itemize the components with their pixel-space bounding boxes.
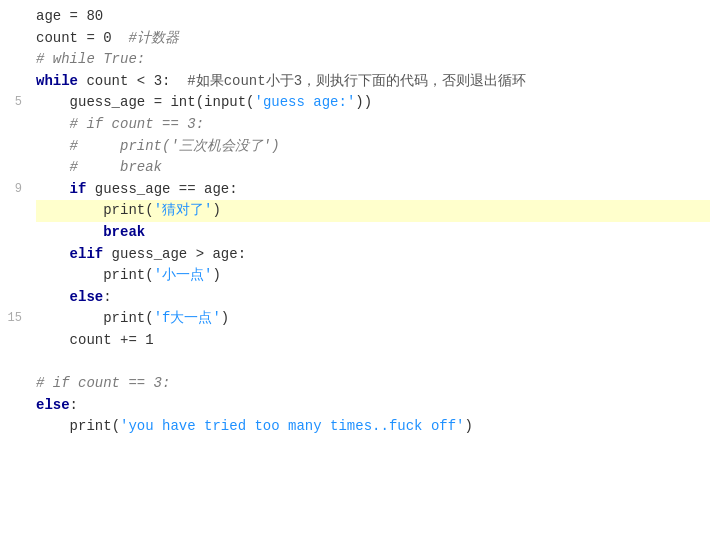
line-num — [0, 157, 22, 179]
line-num — [0, 287, 22, 309]
line-num — [0, 222, 22, 244]
code-line: count += 1 — [36, 330, 710, 352]
code-line: break — [36, 222, 710, 244]
line-num — [0, 265, 22, 287]
line-num — [0, 503, 22, 525]
code-line — [36, 352, 710, 374]
code-line-highlighted: print('猜对了') — [36, 200, 710, 222]
code-line: print('you have tried too many times..fu… — [36, 416, 710, 438]
line-num — [0, 352, 22, 374]
code-line: print('f大一点') — [36, 308, 710, 330]
line-num — [0, 6, 22, 28]
code-line: # if count == 3: — [36, 373, 710, 395]
code-line: print('小一点') — [36, 265, 710, 287]
line-num — [0, 373, 22, 395]
line-num — [0, 244, 22, 266]
line-num — [0, 200, 22, 222]
line-num: 9 — [0, 179, 22, 201]
code-line: elif guess_age > age: — [36, 244, 710, 266]
line-num — [0, 136, 22, 158]
line-numbers: 5 9 15 — [0, 6, 28, 535]
code-line: # break — [36, 157, 710, 179]
code-line: count = 0 #计数器 — [36, 28, 710, 50]
line-num — [0, 330, 22, 352]
line-num — [0, 395, 22, 417]
code-line: age = 80 — [36, 6, 710, 28]
code-line: # print('三次机会没了') — [36, 136, 710, 158]
line-num — [0, 481, 22, 503]
code-line: guess_age = int(input('guess age:')) — [36, 92, 710, 114]
code-line: # if count == 3: — [36, 114, 710, 136]
line-num — [0, 438, 22, 460]
code-line: else: — [36, 395, 710, 417]
line-num — [0, 114, 22, 136]
code-area: age = 80 count = 0 #计数器 # while True: wh… — [28, 6, 710, 535]
line-num: 15 — [0, 308, 22, 330]
line-num — [0, 49, 22, 71]
code-line: else: — [36, 287, 710, 309]
code-line: if guess_age == age: — [36, 179, 710, 201]
line-num — [0, 459, 22, 481]
code-container: 5 9 15 age = 80 count = 0 #计数器 # while T… — [0, 0, 710, 541]
code-line: # while True: — [36, 49, 710, 71]
line-num: 5 — [0, 92, 22, 114]
code-line: while count < 3: #如果count小于3，则执行下面的代码，否则… — [36, 71, 710, 93]
line-num — [0, 28, 22, 50]
line-num — [0, 71, 22, 93]
line-num — [0, 416, 22, 438]
